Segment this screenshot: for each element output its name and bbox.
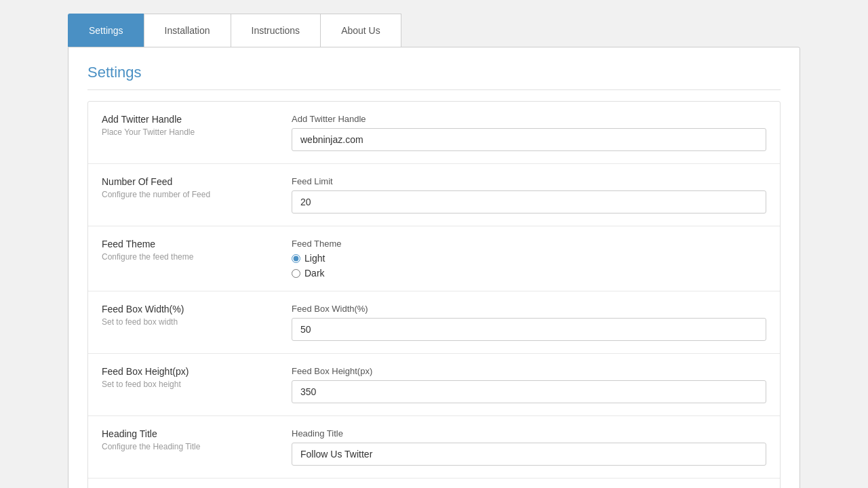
feed-count-label: Number Of Feed (102, 176, 278, 187)
tab-installation[interactable]: Installation (144, 14, 231, 47)
feed-count-desc: Configure the number of Feed (102, 190, 278, 199)
feed-width-label: Feed Box Width(%) (102, 304, 278, 314)
tab-about[interactable]: About Us (320, 14, 401, 47)
setting-row-feed-width: Feed Box Width(%) Set to feed box width … (88, 291, 780, 354)
radio-light-input[interactable] (292, 254, 300, 263)
feed-width-desc: Set to feed box width (102, 317, 278, 327)
radio-light[interactable]: Light (292, 253, 766, 264)
twitter-handle-field-label: Add Twitter Handle (292, 114, 766, 124)
tab-settings[interactable]: Settings (68, 14, 144, 47)
tab-instructions[interactable]: Instructions (231, 14, 321, 47)
feed-limit-field-label: Feed Limit (292, 176, 766, 186)
feed-theme-field-label: Feed Theme (292, 239, 766, 249)
setting-row-heading-title: Heading Title Configure the Heading Titl… (88, 416, 780, 479)
page-title: Settings (87, 64, 781, 90)
feed-theme-radio-group: Light Dark (292, 253, 766, 279)
radio-light-label: Light (304, 253, 325, 264)
feed-width-input[interactable] (292, 318, 766, 341)
heading-title-desc: Configure the Heading Title (102, 442, 278, 451)
feed-height-input[interactable] (292, 380, 766, 403)
feed-height-field-label: Feed Box Height(px) (292, 366, 766, 376)
setting-row-feed-count: Number Of Feed Configure the number of F… (88, 164, 780, 226)
setting-row-color: Color Configure the Heading, Feed Link a… (88, 479, 780, 488)
radio-dark-label: Dark (304, 268, 325, 279)
tabs-bar: Settings Installation Instructions About… (68, 14, 800, 47)
settings-box: Add Twitter Handle Place Your Twitter Ha… (87, 101, 781, 488)
feed-limit-input[interactable] (292, 190, 766, 214)
setting-row-feed-height: Feed Box Height(px) Set to feed box heig… (88, 354, 780, 416)
feed-height-desc: Set to feed box height (102, 380, 278, 389)
heading-title-label: Heading Title (102, 428, 278, 439)
setting-row-twitter-handle: Add Twitter Handle Place Your Twitter Ha… (88, 102, 780, 164)
feed-theme-desc: Configure the feed theme (102, 252, 278, 262)
twitter-handle-desc: Place Your Twitter Handle (102, 127, 278, 137)
page-wrapper: Settings Installation Instructions About… (61, 14, 807, 488)
radio-dark-input[interactable] (292, 269, 300, 278)
heading-title-field-label: Heading Title (292, 428, 766, 439)
settings-panel: Settings Add Twitter Handle Place Your T… (68, 47, 800, 488)
feed-height-label: Feed Box Height(px) (102, 366, 278, 377)
setting-row-feed-theme: Feed Theme Configure the feed theme Feed… (88, 226, 780, 291)
feed-width-field-label: Feed Box Width(%) (292, 304, 766, 314)
heading-title-input[interactable] (292, 443, 766, 466)
feed-theme-label: Feed Theme (102, 239, 278, 249)
radio-dark[interactable]: Dark (292, 268, 766, 279)
twitter-handle-input[interactable] (292, 128, 766, 151)
twitter-handle-label: Add Twitter Handle (102, 114, 278, 125)
